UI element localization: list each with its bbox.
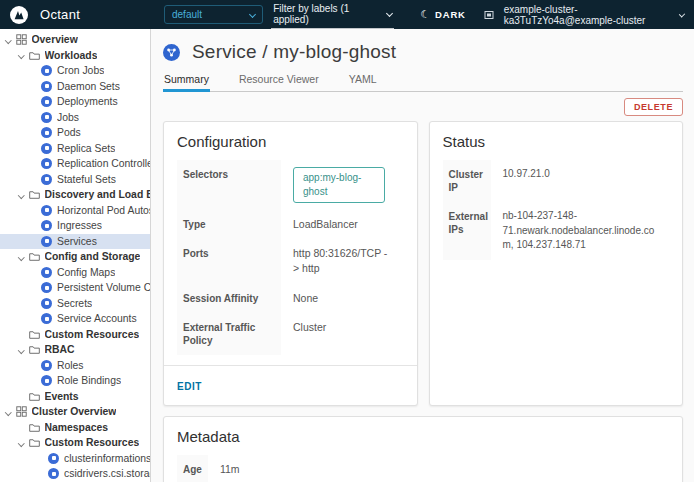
- sidebar-item-jobs[interactable]: Jobs: [0, 110, 150, 126]
- summary-row-label: External Traffic Policy: [177, 313, 281, 355]
- status-card-title: Status: [430, 122, 683, 160]
- sidebar-item-role-bindings[interactable]: Role Bindings: [0, 373, 150, 389]
- sidebar-item-label: Persistent Volume Claims: [57, 282, 150, 293]
- delete-button[interactable]: DELETE: [624, 98, 683, 116]
- sidebar-item-custom-resources[interactable]: Custom Resources: [0, 435, 150, 451]
- k8s-resource-icon: [41, 96, 52, 107]
- chevron-down-icon: [18, 192, 24, 198]
- summary-row-selectors: Selectorsapp:my-blog-ghost: [177, 160, 404, 210]
- sidebar-item-roles[interactable]: Roles: [0, 358, 150, 374]
- sidebar-item-workloads[interactable]: Workloads: [0, 48, 150, 64]
- summary-row-label: Session Affinity: [177, 284, 281, 313]
- sidebar-item-label: Roles: [57, 360, 84, 371]
- sidebar-item-config-and-storage[interactable]: Config and Storage: [0, 249, 150, 265]
- tab-yaml[interactable]: YAML: [348, 73, 378, 91]
- k8s-resource-icon: [41, 313, 52, 324]
- sidebar-item-label: Discovery and Load Balancing: [45, 189, 151, 200]
- sidebar-item-label: Ingresses: [57, 220, 102, 231]
- sidebar-item-replica-sets[interactable]: Replica Sets: [0, 141, 150, 157]
- label-filter-input[interactable]: Filter by labels (1 applied): [271, 1, 394, 29]
- k8s-resource-icon: [41, 143, 52, 154]
- cluster-context-selector[interactable]: example-cluster-ka3TuTzYo4a@example-clus…: [484, 4, 684, 26]
- cluster-icon: [484, 10, 494, 20]
- tab-resource-viewer[interactable]: Resource Viewer: [238, 73, 320, 91]
- k8s-resource-icon: [48, 468, 59, 479]
- summary-row-cluster-ip: Cluster IP10.97.21.0: [443, 160, 670, 202]
- chevron-down-icon: [18, 254, 24, 260]
- sidebar-item-label: RBAC: [45, 344, 75, 355]
- summary-row-external-traffic-policy: External Traffic PolicyCluster: [177, 313, 404, 355]
- sidebar-item-label: Stateful Sets: [57, 174, 116, 185]
- action-row: DELETE: [163, 92, 683, 121]
- theme-toggle-button[interactable]: ☾ DARK: [420, 9, 466, 20]
- sidebar-item-horizontal-pod-autoscalers[interactable]: Horizontal Pod Autoscalers: [0, 203, 150, 219]
- k8s-resource-icon: [41, 112, 52, 123]
- summary-row-age: Age11m: [177, 455, 669, 482]
- sidebar-item-csidrivers-csi-storage-k8s-io[interactable]: csidrivers.csi.storage.k8s.io: [0, 466, 150, 482]
- sidebar-item-namespaces[interactable]: Namespaces: [0, 420, 150, 436]
- theme-toggle-label: DARK: [435, 9, 466, 20]
- summary-row-value: 10.97.21.0: [491, 160, 562, 202]
- chevron-down-icon: [5, 409, 11, 415]
- sidebar-item-discovery-and-load-balancing[interactable]: Discovery and Load Balancing: [0, 187, 150, 203]
- sidebar-item-secrets[interactable]: Secrets: [0, 296, 150, 312]
- sidebar-item-pods[interactable]: Pods: [0, 125, 150, 141]
- main-content: Service / my-blog-ghost SummaryResource …: [151, 29, 694, 482]
- sidebar-item-deployments[interactable]: Deployments: [0, 94, 150, 110]
- navigation-sidebar: OverviewWorkloadsCron JobsDaemon SetsDep…: [0, 29, 151, 482]
- metadata-card-title: Metadata: [164, 417, 682, 455]
- k8s-resource-icon: [48, 453, 59, 464]
- sidebar-item-config-maps[interactable]: Config Maps: [0, 265, 150, 281]
- octant-logo-icon: [10, 6, 28, 24]
- chevron-down-icon: [249, 11, 256, 18]
- sidebar-item-label: Events: [45, 391, 79, 402]
- metadata-rows: Age11mLabelsapp:my-blog-ghostchart:ghost…: [164, 455, 682, 482]
- summary-row-label: Type: [177, 210, 281, 239]
- sidebar-item-label: Config Maps: [57, 267, 115, 278]
- sidebar-item-persistent-volume-claims[interactable]: Persistent Volume Claims: [0, 280, 150, 296]
- configuration-card: Configuration Selectorsapp:my-blog-ghost…: [163, 121, 418, 406]
- cards-column: Configuration Selectorsapp:my-blog-ghost…: [163, 121, 683, 482]
- sidebar-item-cluster-overview[interactable]: Cluster Overview: [0, 404, 150, 420]
- k8s-resource-icon: [41, 174, 52, 185]
- sidebar-item-ingresses[interactable]: Ingresses: [0, 218, 150, 234]
- octant-app: Octant default Filter by labels (1 appli…: [0, 0, 694, 482]
- selector-chip[interactable]: app:my-blog-ghost: [293, 167, 385, 203]
- k8s-resource-icon: [41, 81, 52, 92]
- sidebar-item-label: Workloads: [45, 50, 98, 61]
- sidebar-item-stateful-sets[interactable]: Stateful Sets: [0, 172, 150, 188]
- sidebar-item-label: Deployments: [57, 96, 118, 107]
- page-title: Service / my-blog-ghost: [192, 41, 396, 63]
- sidebar-item-label: Jobs: [57, 112, 79, 123]
- chevron-down-icon: [18, 52, 24, 58]
- metadata-card: Metadata Age11mLabelsapp:my-blog-ghostch…: [163, 416, 683, 482]
- sidebar-item-services[interactable]: Services: [0, 234, 150, 250]
- sidebar-item-label: Secrets: [57, 298, 92, 309]
- service-resource-icon: [163, 44, 180, 61]
- k8s-resource-icon: [41, 282, 52, 293]
- sidebar-item-daemon-sets[interactable]: Daemon Sets: [0, 79, 150, 95]
- sidebar-item-custom-resources[interactable]: Custom Resources: [0, 327, 150, 343]
- summary-row-label: Age: [177, 455, 208, 482]
- sidebar-item-label: Replication Controllers: [57, 158, 150, 169]
- sidebar-item-service-accounts[interactable]: Service Accounts: [0, 311, 150, 327]
- sidebar-item-label: Custom Resources: [45, 329, 140, 340]
- folder-icon: [29, 392, 40, 401]
- folder-icon: [29, 438, 40, 447]
- sidebar-item-rbac[interactable]: RBAC: [0, 342, 150, 358]
- sidebar-item-events[interactable]: Events: [0, 389, 150, 405]
- sidebar-item-label: Cron Jobs: [57, 65, 104, 76]
- sidebar-item-label: Daemon Sets: [57, 81, 120, 92]
- namespace-select[interactable]: default: [164, 5, 263, 24]
- sidebar-item-clusterinformations-crd-projec[interactable]: clusterinformations.crd.projec: [0, 451, 150, 467]
- sidebar-item-label: Custom Resources: [45, 437, 140, 448]
- sidebar-item-overview[interactable]: Overview: [0, 32, 150, 48]
- chevron-down-icon: [18, 440, 24, 446]
- cluster-context-label: example-cluster-ka3TuTzYo4a@example-clus…: [504, 4, 675, 26]
- tab-summary[interactable]: Summary: [163, 73, 210, 91]
- edit-link[interactable]: EDIT: [177, 381, 202, 392]
- summary-row-label: Cluster IP: [443, 160, 491, 202]
- sidebar-item-cron-jobs[interactable]: Cron Jobs: [0, 63, 150, 79]
- sidebar-item-replication-controllers[interactable]: Replication Controllers: [0, 156, 150, 172]
- folder-icon: [29, 51, 40, 60]
